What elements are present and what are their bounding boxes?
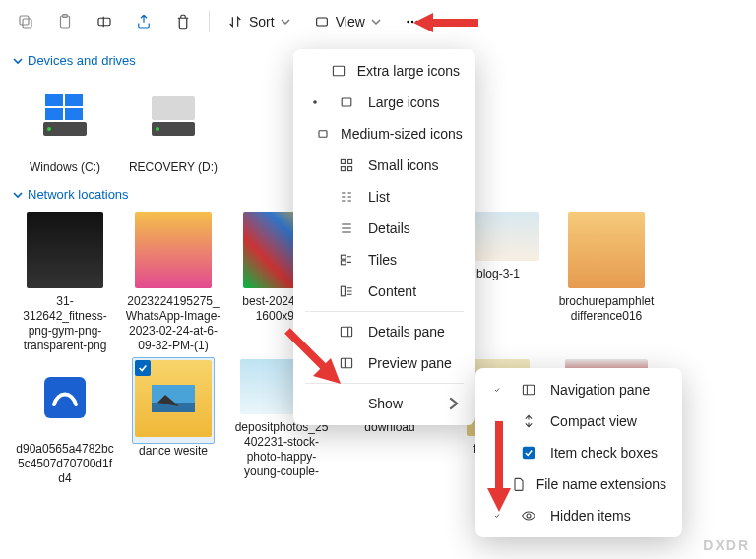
svg-point-6 — [407, 20, 409, 22]
svg-rect-11 — [45, 94, 63, 106]
menu-item-nav-pane[interactable]: Navigation pane — [479, 374, 678, 405]
drive-label: RECOVERY (D:) — [129, 160, 218, 175]
svg-rect-1 — [20, 16, 29, 25]
chevron-down-icon — [281, 17, 290, 27]
windows-drive-icon — [37, 89, 93, 144]
svg-rect-5 — [316, 18, 327, 26]
file-item[interactable]: 31-312642_fitness-png-gym-png-transparen… — [16, 210, 114, 353]
menu-item-small[interactable]: Small icons — [297, 150, 472, 181]
svg-rect-0 — [23, 19, 32, 28]
menu-separator — [305, 311, 464, 312]
svg-rect-35 — [523, 447, 534, 458]
file-label: 2023224195275_WhatsApp-Image-2023-02-24-… — [124, 294, 222, 353]
watermark: DXDR — [703, 537, 750, 553]
drive-icon — [146, 89, 201, 144]
svg-rect-17 — [152, 96, 195, 120]
file-label: brochurepamphletdifference016 — [557, 294, 656, 324]
file-item[interactable]: 2023224195275_WhatsApp-Image-2023-02-24-… — [124, 210, 222, 353]
selection-check-icon — [135, 360, 151, 376]
menu-item-medium[interactable]: Medium-sized icons — [297, 118, 472, 150]
svg-rect-30 — [341, 261, 346, 265]
drive-label: Windows (C:) — [30, 160, 100, 175]
svg-rect-34 — [523, 385, 534, 395]
svg-rect-21 — [333, 66, 344, 76]
svg-rect-13 — [45, 108, 63, 120]
svg-rect-31 — [341, 286, 345, 296]
chevron-down-icon — [12, 189, 24, 201]
toolbar-divider — [209, 11, 210, 32]
arrow-annotation — [280, 323, 348, 392]
drive-item[interactable]: RECOVERY (D:) — [124, 76, 222, 175]
file-label: 31-312642_fitness-png-gym-png-transparen… — [16, 294, 114, 353]
svg-rect-12 — [65, 94, 83, 106]
sort-button[interactable]: Sort — [218, 4, 300, 39]
section-title: Devices and drives — [28, 53, 136, 68]
photo-thumb-icon — [152, 385, 195, 412]
check-icon — [487, 387, 507, 393]
file-item[interactable]: dance wesite — [124, 357, 222, 486]
svg-rect-14 — [65, 108, 83, 120]
share-button[interactable] — [126, 4, 161, 39]
svg-point-22 — [313, 100, 317, 104]
sort-icon — [227, 14, 243, 30]
app-icon — [44, 377, 86, 418]
svg-rect-23 — [342, 98, 351, 106]
view-label: View — [336, 14, 365, 30]
file-label: dance wesite — [139, 444, 208, 459]
arrow-annotation — [484, 417, 514, 516]
paste-button[interactable] — [47, 4, 83, 39]
svg-rect-29 — [341, 255, 346, 259]
drive-item[interactable]: Windows (C:) — [16, 76, 114, 175]
menu-item-xlarge[interactable]: Extra large icons — [297, 55, 472, 87]
view-icon — [314, 14, 330, 30]
menu-item-details[interactable]: Details — [297, 213, 472, 244]
menu-item-content[interactable]: Content — [297, 276, 472, 307]
file-label: depositphotos_25402231-stock-photo-happy… — [232, 420, 331, 481]
sort-label: Sort — [249, 14, 275, 30]
chevron-down-icon — [12, 55, 24, 67]
toolbar: Sort View — [0, 0, 756, 43]
svg-rect-25 — [341, 159, 345, 163]
file-item[interactable]: brochurepamphletdifference016 — [557, 210, 656, 353]
chevron-right-icon — [446, 397, 460, 410]
svg-point-10 — [47, 127, 51, 131]
file-label: blog-3-1 — [476, 267, 520, 281]
view-button[interactable]: View — [304, 4, 391, 39]
svg-rect-26 — [348, 159, 352, 163]
chevron-down-icon — [371, 17, 381, 27]
svg-rect-28 — [348, 167, 352, 171]
delete-button[interactable] — [165, 4, 201, 39]
svg-point-16 — [156, 127, 159, 131]
menu-item-tiles[interactable]: Tiles — [297, 244, 472, 276]
menu-item-large[interactable]: Large icons — [297, 87, 472, 118]
svg-rect-4 — [98, 18, 110, 26]
arrow-annotation — [411, 11, 480, 36]
svg-rect-24 — [319, 131, 327, 137]
menu-item-show[interactable]: Show — [297, 388, 472, 419]
section-title: Network locations — [28, 187, 129, 202]
rename-button[interactable] — [87, 4, 122, 39]
svg-point-36 — [527, 514, 531, 518]
copy-button[interactable] — [8, 4, 43, 39]
svg-rect-18 — [44, 377, 86, 418]
menu-item-list[interactable]: List — [297, 181, 472, 213]
file-label: d90a0565a4782bc5c4507d70700d1fd4 — [16, 442, 114, 486]
svg-rect-27 — [341, 167, 345, 171]
file-item[interactable]: d90a0565a4782bc5c4507d70700d1fd4 — [16, 357, 114, 486]
